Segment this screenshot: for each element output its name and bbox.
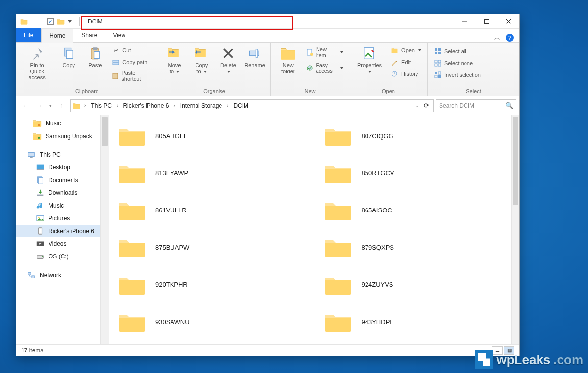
tree-item-label: Network <box>40 272 61 279</box>
close-button[interactable] <box>497 14 519 29</box>
recent-locations-button[interactable]: ▾ <box>47 99 54 112</box>
folder-item[interactable]: 813EYAWP <box>118 162 305 184</box>
invert-selection-button[interactable]: Invert selection <box>432 70 483 80</box>
tab-home[interactable]: Home <box>41 29 74 43</box>
tree-item[interactable]: Music <box>16 117 109 130</box>
tree-item[interactable]: Desktop <box>16 161 109 174</box>
svg-rect-39 <box>39 229 41 233</box>
address-dropdown-icon[interactable]: ⌄ <box>415 103 419 108</box>
folder-item[interactable]: 879SQXPS <box>324 236 511 258</box>
cut-button[interactable]: ✂Cut <box>110 46 154 55</box>
qat-dropdown-icon[interactable] <box>68 20 72 23</box>
tab-share[interactable]: Share <box>74 28 105 42</box>
folder-name: 807CIQGG <box>362 132 393 140</box>
copy-button[interactable]: Copy <box>57 45 80 70</box>
address-bar[interactable]: › This PC › Ricker's iPhone 6 › Internal… <box>70 99 434 112</box>
copy-path-button[interactable]: Copy path <box>110 57 154 67</box>
tab-view[interactable]: View <box>105 28 133 42</box>
search-input[interactable]: Search DCIM 🔍 <box>436 99 516 112</box>
folder-name: 930SAWNU <box>155 318 190 326</box>
folder-item[interactable]: 861VULLR <box>118 199 305 221</box>
watermark: wpLeaks.com <box>475 350 583 369</box>
ribbon: Pin to Quick access Copy Paste ✂Cut Copy… <box>16 43 519 96</box>
delete-button[interactable]: Delete <box>217 45 240 75</box>
breadcrumb-separator-icon[interactable]: › <box>225 103 230 108</box>
copy-icon <box>61 46 76 61</box>
folder-icon <box>118 162 146 184</box>
copy-to-icon <box>194 46 209 61</box>
content-scrollbar[interactable] <box>511 115 519 344</box>
rename-button[interactable]: Rename <box>243 45 267 70</box>
svg-rect-25 <box>438 72 441 74</box>
qat-properties-icon[interactable] <box>47 18 54 25</box>
folder-item[interactable]: 805AHGFE <box>118 125 305 146</box>
new-folder-button[interactable]: New folder <box>275 45 301 75</box>
breadcrumb-item[interactable]: DCIM <box>232 102 249 109</box>
tree-item[interactable]: OS (C:) <box>16 250 109 263</box>
folder-item[interactable]: 924ZUYVS <box>324 274 511 295</box>
folder-item[interactable]: 930SAWNU <box>118 311 305 332</box>
chevron-down-icon <box>340 67 343 69</box>
group-label-select: Select <box>432 87 515 96</box>
svg-rect-23 <box>438 64 441 66</box>
open-button[interactable]: Open <box>389 46 423 55</box>
folder-item[interactable]: 875BUAPW <box>118 236 305 258</box>
tree-item[interactable]: Music <box>16 199 109 212</box>
ribbon-collapse-icon[interactable]: ︿ <box>494 33 501 42</box>
tab-file[interactable]: File <box>16 28 41 42</box>
pin-to-quick-access-button[interactable]: Pin to Quick access <box>20 45 54 82</box>
svg-rect-27 <box>438 75 441 78</box>
breadcrumb-item[interactable]: Internal Storage <box>179 102 223 109</box>
copy-to-button[interactable]: Copy to <box>190 45 214 75</box>
sidebar-scrollbar[interactable] <box>100 115 109 344</box>
folder-item[interactable]: 943YHDPL <box>324 311 511 332</box>
folder-item[interactable]: 920TKPHR <box>118 274 305 295</box>
back-button[interactable]: ← <box>19 99 32 112</box>
properties-button[interactable]: Properties <box>353 45 386 75</box>
tree-item[interactable]: This PC <box>16 148 109 161</box>
network-icon <box>27 271 36 280</box>
breadcrumb-item[interactable]: Ricker's iPhone 6 <box>122 102 170 109</box>
tree-item[interactable]: Ricker's iPhone 6 <box>16 225 109 237</box>
desktop-icon <box>36 163 45 172</box>
folder-item[interactable]: 865AISOC <box>324 199 511 221</box>
qat-folder-icon[interactable] <box>57 18 65 25</box>
paste-button[interactable]: Paste <box>83 45 107 70</box>
forward-button[interactable]: → <box>33 99 46 112</box>
paste-shortcut-button[interactable]: Paste shortcut <box>110 69 154 83</box>
refresh-icon[interactable]: ⟳ <box>424 102 429 109</box>
breadcrumb-separator-icon[interactable]: › <box>115 103 120 108</box>
up-button[interactable]: ↑ <box>55 99 68 112</box>
tree-item[interactable]: Videos <box>16 237 109 250</box>
tree-item-label: Music <box>46 120 61 127</box>
folder-name: 861VULLR <box>155 207 187 214</box>
folder-icon <box>324 125 352 146</box>
item-count: 17 items <box>21 347 43 354</box>
select-all-button[interactable]: Select all <box>432 47 483 56</box>
folder-icon <box>118 125 146 146</box>
select-none-button[interactable]: Select none <box>432 58 483 68</box>
history-button[interactable]: History <box>389 69 423 79</box>
maximize-button[interactable] <box>475 14 497 29</box>
folder-item[interactable]: 807CIQGG <box>324 125 511 146</box>
file-list: 805AHGFE807CIQGG813EYAWP850RTGCV861VULLR… <box>109 115 519 344</box>
tree-item[interactable]: Downloads <box>16 186 109 199</box>
move-to-button[interactable]: Move to <box>162 45 187 75</box>
svg-rect-16 <box>435 48 437 51</box>
open-icon <box>391 47 398 54</box>
easy-access-button[interactable]: Easy access <box>304 61 345 75</box>
edit-button[interactable]: Edit <box>389 57 423 67</box>
breadcrumb-separator-icon[interactable]: › <box>82 103 88 108</box>
chevron-down-icon <box>340 51 343 53</box>
tree-item[interactable]: Samsung Unpack <box>16 130 109 142</box>
tree-item[interactable]: Network <box>16 269 109 281</box>
breadcrumb-separator-icon[interactable]: › <box>172 103 177 108</box>
folder-item[interactable]: 850RTGCV <box>324 162 511 184</box>
tree-item[interactable]: Pictures <box>16 212 109 225</box>
minimize-button[interactable] <box>453 14 475 29</box>
tree-item[interactable]: Documents <box>16 174 109 186</box>
svg-rect-35 <box>37 195 44 196</box>
help-icon[interactable]: ? <box>506 34 514 42</box>
breadcrumb-item[interactable]: This PC <box>90 102 113 109</box>
new-item-button[interactable]: New item <box>304 46 345 59</box>
